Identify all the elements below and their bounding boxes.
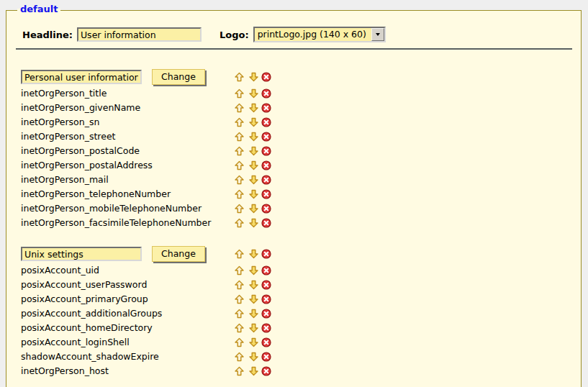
row-actions	[234, 189, 271, 199]
move-up-icon[interactable]	[234, 352, 244, 362]
move-down-icon[interactable]	[248, 103, 258, 113]
move-up-icon[interactable]	[234, 146, 244, 156]
move-up-icon[interactable]	[234, 337, 244, 347]
move-down-icon[interactable]	[248, 352, 258, 362]
delete-icon[interactable]	[261, 117, 271, 127]
field-row: inetOrgPerson_mobileTelephoneNumber	[21, 201, 574, 216]
move-up-icon[interactable]	[234, 249, 244, 259]
move-up-icon[interactable]	[234, 189, 244, 199]
move-up-icon[interactable]	[234, 309, 244, 319]
move-down-icon[interactable]	[248, 88, 258, 99]
move-down-icon[interactable]	[248, 117, 258, 127]
move-down-icon[interactable]	[248, 132, 258, 142]
field-row: posixAccount_homeDirectory	[21, 321, 574, 335]
field-label: posixAccount_additionalGroups	[21, 306, 162, 321]
delete-icon[interactable]	[261, 175, 271, 185]
field-label: posixAccount_userPassword	[21, 278, 147, 292]
move-up-icon[interactable]	[234, 265, 244, 276]
move-up-icon[interactable]	[234, 132, 244, 142]
move-down-icon[interactable]	[248, 323, 258, 333]
move-down-icon[interactable]	[248, 189, 258, 199]
move-down-icon[interactable]	[248, 146, 258, 156]
field-row: inetOrgPerson_telephoneNumber	[21, 187, 574, 201]
move-down-icon[interactable]	[248, 175, 258, 185]
move-down-icon[interactable]	[248, 294, 258, 304]
row-actions	[234, 352, 271, 362]
fieldset-legend: default	[17, 4, 60, 14]
move-up-icon[interactable]	[234, 280, 244, 290]
move-up-icon[interactable]	[234, 218, 244, 228]
field-row: posixAccount_uid	[21, 263, 574, 278]
field-row: inetOrgPerson_host	[21, 364, 574, 378]
delete-icon[interactable]	[261, 323, 271, 333]
field-label: inetOrgPerson_street	[21, 129, 116, 144]
field-label: inetOrgPerson_postalAddress	[21, 158, 153, 173]
delete-icon[interactable]	[261, 103, 271, 113]
move-up-icon[interactable]	[234, 88, 244, 99]
row-actions	[234, 175, 271, 185]
row-actions	[234, 337, 271, 347]
move-down-icon[interactable]	[248, 280, 258, 290]
change-button[interactable]: Change	[152, 69, 205, 85]
move-down-icon[interactable]	[248, 204, 258, 214]
row-actions	[234, 204, 271, 214]
move-up-icon[interactable]	[234, 366, 244, 376]
delete-icon[interactable]	[261, 218, 271, 228]
chevron-down-icon	[376, 33, 380, 36]
row-actions	[234, 366, 271, 376]
field-label: shadowAccount_shadowExpire	[21, 350, 159, 364]
delete-icon[interactable]	[261, 265, 271, 276]
delete-icon[interactable]	[261, 309, 271, 319]
field-label: posixAccount_loginShell	[21, 335, 130, 350]
field-row: inetOrgPerson_sn	[21, 115, 574, 129]
row-actions	[234, 294, 271, 304]
move-down-icon[interactable]	[248, 72, 258, 82]
move-down-icon[interactable]	[248, 366, 258, 376]
delete-icon[interactable]	[261, 160, 271, 170]
default-profile-fieldset: default Headline: Logo: printLogo.jpg (1…	[6, 10, 582, 387]
move-up-icon[interactable]	[234, 294, 244, 304]
move-down-icon[interactable]	[248, 160, 258, 170]
move-down-icon[interactable]	[248, 249, 258, 259]
field-label: inetOrgPerson_postalCode	[21, 144, 140, 158]
row-actions	[234, 218, 271, 228]
section-title-input[interactable]	[21, 247, 142, 261]
field-label: inetOrgPerson_mobileTelephoneNumber	[21, 201, 202, 216]
logo-select-value: printLogo.jpg (140 x 60)	[255, 28, 371, 41]
move-up-icon[interactable]	[234, 323, 244, 333]
move-down-icon[interactable]	[248, 337, 258, 347]
delete-icon[interactable]	[261, 189, 271, 199]
delete-icon[interactable]	[261, 249, 271, 259]
field-row: posixAccount_userPassword	[21, 278, 574, 292]
field-label: inetOrgPerson_sn	[21, 115, 99, 129]
delete-icon[interactable]	[261, 352, 271, 362]
delete-icon[interactable]	[261, 72, 271, 82]
delete-icon[interactable]	[261, 132, 271, 142]
delete-icon[interactable]	[261, 337, 271, 347]
delete-icon[interactable]	[261, 366, 271, 376]
move-up-icon[interactable]	[234, 117, 244, 127]
move-down-icon[interactable]	[248, 265, 258, 276]
logo-select[interactable]: printLogo.jpg (140 x 60)	[253, 27, 386, 42]
delete-icon[interactable]	[261, 204, 271, 214]
row-actions	[234, 265, 271, 276]
move-down-icon[interactable]	[248, 218, 258, 228]
section-title-input[interactable]	[21, 70, 142, 84]
move-up-icon[interactable]	[234, 175, 244, 185]
delete-icon[interactable]	[261, 146, 271, 156]
move-down-icon[interactable]	[248, 309, 258, 319]
move-up-icon[interactable]	[234, 103, 244, 113]
headline-input[interactable]	[77, 27, 202, 42]
delete-icon[interactable]	[261, 88, 271, 99]
move-up-icon[interactable]	[234, 72, 244, 82]
field-label: inetOrgPerson_title	[21, 86, 107, 101]
field-label: inetOrgPerson_mail	[21, 173, 109, 187]
delete-icon[interactable]	[261, 280, 271, 290]
sections-list: Change inetOrgPerson_title inetOrgPerson…	[21, 68, 574, 378]
dropdown-arrow-button[interactable]	[371, 28, 384, 41]
change-button[interactable]: Change	[152, 246, 205, 262]
delete-icon[interactable]	[261, 294, 271, 304]
row-actions	[234, 323, 271, 333]
move-up-icon[interactable]	[234, 204, 244, 214]
move-up-icon[interactable]	[234, 160, 244, 170]
